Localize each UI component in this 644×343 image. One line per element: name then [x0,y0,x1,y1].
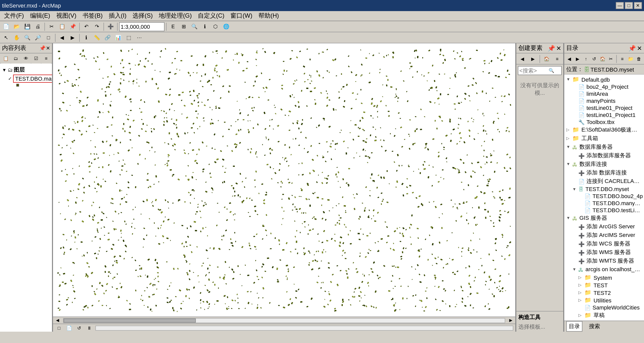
catalog-home[interactable]: 🏠 [599,54,607,64]
nav-select[interactable]: ↖ [1,33,11,43]
tree-item[interactable]: ▷📁TEST [565,281,643,289]
menu-insert[interactable]: 插入(I) [106,11,130,21]
nav-zoom-extent[interactable]: □ [43,33,53,43]
tree-item[interactable]: ➕添加 数据库连接 [565,168,643,177]
editor-toolbar[interactable]: E [168,21,178,32]
zoom-layer[interactable]: 🔍 [189,21,199,32]
map-page[interactable]: 📄 [65,324,73,331]
tree-item[interactable]: ➕添加 WMS 服务器 [565,248,643,257]
map-overview[interactable]: □ [55,324,63,331]
tree-item[interactable]: 📄TEST.DBO.bou2_4p [565,193,643,200]
tree-item[interactable]: ▼🖧arcgis on localhost_6080 (发布者) [565,265,643,274]
catalog-back[interactable]: ◀ [565,54,573,64]
pin-icon[interactable]: 📌 [39,45,45,51]
raster-effects[interactable]: 🌐 [221,21,231,32]
tree-item[interactable]: 📄SampleWorldCities [565,304,643,311]
menu-view[interactable]: 视图(V) [53,11,79,21]
identify-btn[interactable]: ℹ [200,21,210,32]
add-data-button[interactable]: ➕ [105,21,116,32]
tree-item[interactable]: ➕添加 WCS 服务器 [565,239,643,248]
nav-pan[interactable]: ✋ [12,33,22,43]
new-button[interactable]: 📄 [1,21,11,32]
tree-item[interactable]: 🔧Toolbox.tbx [565,118,643,126]
list-by-drawing-order[interactable]: 📋 [1,53,11,63]
tree-item[interactable]: ▼📁Default.gdb [565,76,643,83]
nav-attrs[interactable]: 📊 [113,33,123,43]
nav-zoom-in[interactable]: 🔍 [22,33,32,43]
pin-catalog-icon[interactable]: 📌 [628,45,636,52]
layer-item[interactable]: ✓ TEST.DBO.manyPoints [2,74,50,83]
list-by-visibility[interactable]: 👁 [21,53,31,63]
tree-item[interactable]: 📄连接到 CACRLELAPTOP.sde [565,177,643,185]
menu-window[interactable]: 窗口(W) [227,11,255,21]
zoom-full[interactable]: ⊞ [179,21,189,32]
nav-more[interactable]: ⋯ [134,33,144,43]
nav-forward[interactable]: ▶ [68,33,78,43]
gp-forward[interactable]: ▶ [528,54,538,64]
map-refresh[interactable]: ↺ [75,324,83,331]
catalog-forward[interactable]: ▶ [574,54,581,64]
menu-bookmark[interactable]: 书签(B) [79,11,106,21]
map-pause[interactable]: ⏸ [85,324,93,331]
search-icon[interactable]: 🔍 [549,68,554,73]
undo-button[interactable]: ↶ [81,21,91,32]
copy-button[interactable]: 📋 [57,21,67,32]
menu-file[interactable]: 文件(F) [1,11,27,21]
catalog-refresh[interactable]: ↺ [590,54,598,64]
scroll-right[interactable]: ▶ [507,317,514,323]
map-area[interactable]: ◀ ▶ □ 📄 ↺ ⏸ [53,43,515,332]
minimize-button[interactable]: — [616,2,624,9]
redo-button[interactable]: ↷ [92,21,102,32]
open-button[interactable]: 📂 [12,21,22,32]
cut-button[interactable]: ✂ [46,21,57,32]
map-canvas[interactable] [53,43,515,317]
tree-item[interactable]: 📄testLine01_Project [565,104,643,111]
tree-item[interactable]: ▼🖧数据库服务器 [565,143,643,151]
gp-search-input[interactable] [518,68,549,74]
paste-button[interactable]: 📌 [68,21,78,32]
tree-item[interactable]: ▷📁草稿 [565,311,643,320]
tree-item[interactable]: 📄limitArea [565,90,643,97]
tree-item[interactable]: ➕添加数据库服务器 [565,151,643,160]
tree-item[interactable]: ➕添加 ArcIMS Server [565,231,643,239]
menu-select[interactable]: 选择(S) [129,11,156,21]
catalog-tab-search[interactable]: 搜索 [586,321,603,332]
tree-item[interactable]: ▼🖧GIS 服务器 [565,214,643,222]
scroll-left[interactable]: ◀ [54,317,61,323]
catalog-delete[interactable]: 🗑 [635,54,643,64]
save-button[interactable]: 💾 [22,21,32,32]
close-catalog-icon[interactable]: ✕ [637,45,642,52]
nav-back[interactable]: ◀ [57,33,67,43]
catalog-tab-catalog[interactable]: 目录 [566,321,582,332]
select-btn[interactable]: ⬡ [210,21,221,32]
menu-customize[interactable]: 自定义(C) [195,11,227,21]
tree-item[interactable]: 📄testLine01_Project1 [565,111,643,118]
tree-item[interactable]: ▼🖧数据库连接 [565,160,643,168]
tree-item[interactable]: 📄TEST.DBO.manyPoints [565,200,643,207]
layer-group-item[interactable]: ▼ 🗂 图层 [2,66,50,74]
catalog-new[interactable]: 📁 [627,54,635,64]
list-by-source[interactable]: 🗂 [11,53,21,63]
catalog-up[interactable]: ↑ [582,54,590,64]
menu-geoprocess[interactable]: 地理处理(G) [156,11,195,21]
scrollbar-thumb[interactable] [64,318,196,322]
catalog-disconnect[interactable]: ✂ [607,54,615,64]
options-icon[interactable]: ≡ [41,53,51,63]
tree-item[interactable]: ▷📁TEST2 [565,289,643,296]
gp-back[interactable]: ◀ [517,54,527,64]
close-gp-icon[interactable]: ✕ [556,45,561,52]
gp-home[interactable]: 🏠 [542,54,552,64]
tree-item[interactable]: 📄TEST.DBO.testLine01 [565,207,643,214]
gp-search-box[interactable]: 🔍 [518,66,562,75]
menu-help[interactable]: 帮助(H) [255,11,282,21]
nav-zoom-out[interactable]: 🔎 [33,33,43,43]
scrollbar-track[interactable] [63,318,505,323]
tree-item[interactable]: ➕添加 ArcGIS Server [565,222,643,231]
print-button[interactable]: 🖨 [33,21,43,32]
close-button[interactable]: ✕ [634,2,642,9]
tree-item[interactable]: 📄bou2_4p_Project [565,83,643,90]
gp-options[interactable]: ≡ [552,54,562,64]
nav-measure[interactable]: 📏 [92,33,102,43]
tree-item[interactable]: 📄manyPoints [565,97,643,104]
tree-item[interactable]: ▷📁Utilities [565,296,643,304]
